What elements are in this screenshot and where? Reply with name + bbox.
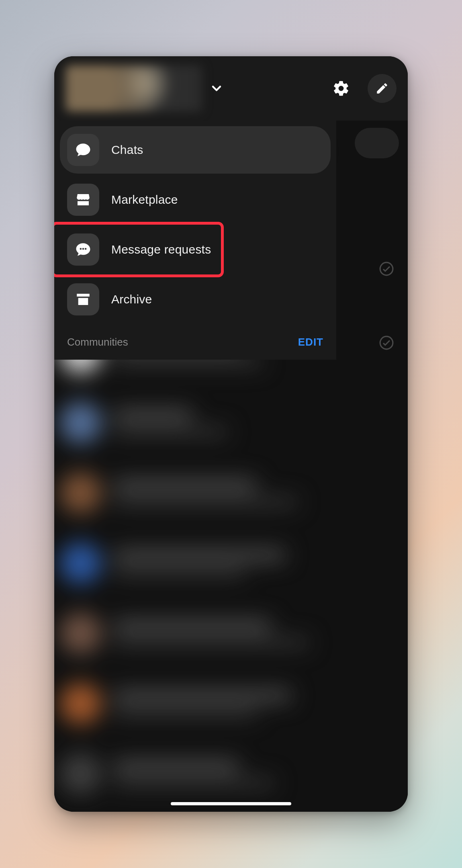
- search-pill-peek: [355, 128, 399, 158]
- home-indicator: [171, 802, 291, 805]
- compose-button[interactable]: [368, 74, 397, 103]
- device-frame: Chats Marketplace Message requests Archi…: [54, 56, 408, 812]
- svg-point-1: [380, 336, 393, 349]
- pencil-icon: [375, 82, 389, 95]
- menu-item-archive[interactable]: Archive: [60, 276, 331, 323]
- chevron-down-icon[interactable]: [209, 81, 224, 96]
- delivered-check-icon: [379, 261, 394, 276]
- navigation-panel: Chats Marketplace Message requests Archi…: [54, 121, 336, 360]
- communities-section-header: Communities EDIT: [60, 326, 331, 351]
- menu-item-chats[interactable]: Chats: [60, 126, 331, 174]
- storefront-icon: [67, 184, 99, 216]
- menu-item-message-requests[interactable]: Message requests: [60, 226, 331, 273]
- delivered-check-icon: [379, 335, 394, 350]
- svg-point-3: [82, 248, 84, 250]
- gear-icon: [332, 80, 350, 97]
- svg-point-0: [380, 262, 393, 275]
- chat-bubble-icon: [67, 134, 99, 166]
- svg-point-4: [85, 248, 87, 250]
- svg-point-2: [80, 248, 82, 250]
- account-switcher[interactable]: [65, 65, 202, 112]
- menu-label: Archive: [111, 293, 152, 306]
- edit-communities-link[interactable]: EDIT: [298, 336, 323, 348]
- menu-label: Marketplace: [111, 193, 178, 207]
- menu-item-marketplace[interactable]: Marketplace: [60, 176, 331, 223]
- archive-box-icon: [67, 283, 99, 315]
- communities-heading: Communities: [67, 336, 128, 348]
- menu-label: Chats: [111, 143, 143, 157]
- settings-button[interactable]: [327, 74, 356, 103]
- chat-ellipsis-icon: [67, 233, 99, 266]
- header-bar: [54, 56, 408, 121]
- menu-label: Message requests: [111, 243, 211, 256]
